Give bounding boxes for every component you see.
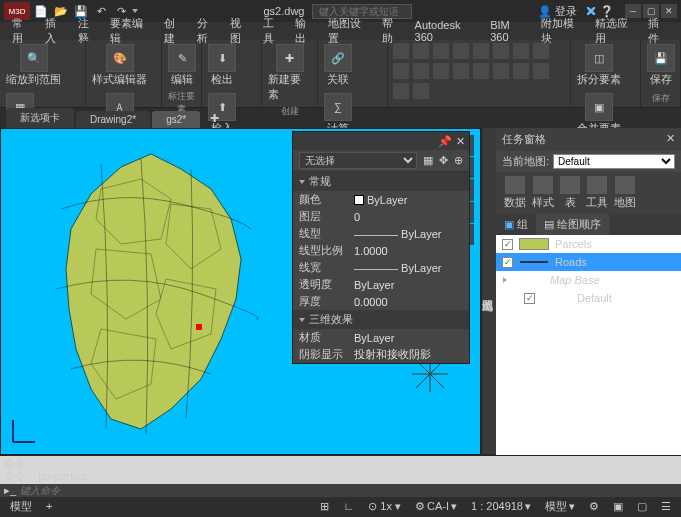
props-pin-icon[interactable]: 📌 [438,135,452,148]
command-input[interactable] [20,485,677,496]
draw-tool-icon[interactable] [533,63,549,79]
style-editor-button[interactable]: 🎨样式编辑器 [90,42,149,89]
qat-dropdown-icon[interactable] [132,9,138,13]
draw-tool-icon[interactable] [393,63,409,79]
layer-row[interactable]: Map Base [496,271,681,289]
ucs-icon [9,416,39,446]
draw-tool-icon[interactable] [513,43,529,59]
new-tab-button[interactable]: ✚ [202,109,227,128]
rail-map-explorer[interactable]: 地图浏览器 [479,128,496,455]
status-polar-icon[interactable]: ⊙ 1x ▾ [364,499,405,514]
property-row[interactable]: 厚度0.0000 [293,293,469,310]
model-tab[interactable]: 模型 [6,498,36,515]
model-space-toggle[interactable]: 模型 ▾ [541,498,579,515]
props-close-icon[interactable]: ✕ [456,135,465,148]
task-tool-样式[interactable]: 样式 [532,176,554,210]
task-tool-工具[interactable]: 工具 [586,176,608,210]
section-3d[interactable]: 三维效果 [293,310,469,329]
property-row[interactable]: 阴影显示投射和接收阴影 [293,346,469,363]
property-row[interactable]: 线型———— ByLayer [293,225,469,242]
draw-tool-icon[interactable] [473,63,489,79]
selection-dropdown[interactable]: 无选择 [299,152,417,169]
task-tool-地图[interactable]: 地图 [614,176,636,210]
task-pane-title: 任务窗格 [502,132,546,147]
properties-panel: 📌 ✕ 无选择 ▦ ✥ ⊕ 常规 颜色ByLayer图层0线型———— ByLa… [292,131,470,364]
zoom-extents-button[interactable]: 🔍缩放到范围 [4,42,63,89]
draw-tool-icon[interactable] [413,43,429,59]
save-button[interactable]: 💾保存 [645,42,677,89]
task-tool-表[interactable]: 表 [560,176,580,210]
draw-tool-icon[interactable] [393,43,409,59]
command-icon[interactable]: ▸_ [4,484,16,497]
draw-tool-icon[interactable] [453,43,469,59]
draw-tool-icon[interactable] [433,43,449,59]
draw-tool-icon[interactable] [533,43,549,59]
drawing-scale[interactable]: 1 : 204918 ▾ [467,499,535,514]
draw-tool-icon[interactable] [413,83,429,99]
status-snap-icon[interactable]: ∟ [339,499,358,513]
doc-tab-new[interactable]: 新选项卡 [6,108,74,128]
pickadd-icon[interactable]: ⊕ [454,154,463,167]
split-button[interactable]: ◫拆分要素 [575,42,623,89]
relate-button[interactable]: 🔗关联 [322,42,354,89]
current-map-select[interactable]: Default [553,154,675,169]
tab-group[interactable]: ▣组 [496,214,536,235]
new-feature-button[interactable]: ✚新建要素 [266,42,313,104]
task-tool-数据[interactable]: 数据 [504,176,526,210]
annotation-scale[interactable]: ⚙ CA-I ▾ [411,499,461,514]
property-row[interactable]: 材质ByLayer [293,329,469,346]
status-max-icon[interactable]: ▣ [609,499,627,514]
property-row[interactable]: 线型比例1.0000 [293,242,469,259]
property-row[interactable]: 颜色ByLayer [293,191,469,208]
property-row[interactable]: 线宽———— ByLayer [293,259,469,276]
status-custom-icon[interactable]: ☰ [657,499,675,514]
draw-tool-icon[interactable] [413,63,429,79]
draw-tool-icon[interactable] [513,63,529,79]
command-history: 命令: 命令: _properties [0,456,681,484]
map-content [41,149,261,439]
quick-select-icon[interactable]: ▦ [423,154,433,167]
property-row[interactable]: 图层0 [293,208,469,225]
property-row[interactable]: 透明度ByLayer [293,276,469,293]
layer-row[interactable]: ✓Parcels [496,235,681,253]
svg-rect-0 [196,324,202,330]
doc-tab-drawing2[interactable]: Drawing2* [76,111,150,128]
status-gear-icon[interactable]: ⚙ [585,499,603,514]
status-grid-icon[interactable]: ⊞ [316,499,333,514]
task-close-icon[interactable]: ✕ [666,132,675,147]
drawing-canvas[interactable]: 📌 ✕ 无选择 ▦ ✥ ⊕ 常规 颜色ByLayer图层0线型———— ByLa… [0,128,481,455]
draw-tool-icon[interactable] [393,83,409,99]
layer-row[interactable]: ✓Default [496,289,681,307]
layer-row[interactable]: ✓Roads [496,253,681,271]
draw-tool-icon[interactable] [493,43,509,59]
draw-tool-icon[interactable] [473,43,489,59]
doc-tab-gs2[interactable]: gs2* [152,111,200,128]
layout-plus-icon[interactable]: + [42,499,56,513]
section-general[interactable]: 常规 [293,172,469,191]
checkout-button[interactable]: ⬇检出 [206,42,238,89]
draw-tool-icon[interactable] [493,63,509,79]
tab-draw-order[interactable]: ▤绘图顺序 [536,214,609,235]
status-clean-icon[interactable]: ▢ [633,499,651,514]
draw-tool-icon[interactable] [433,63,449,79]
edit-button[interactable]: ✎编辑 [166,42,198,89]
select-objects-icon[interactable]: ✥ [439,154,448,167]
draw-tool-icon[interactable] [453,63,469,79]
ribbon-tabs: 常用插入注释要素编辑创建分析视图工具输出地图设置帮助Autodesk 360BI… [0,22,681,40]
